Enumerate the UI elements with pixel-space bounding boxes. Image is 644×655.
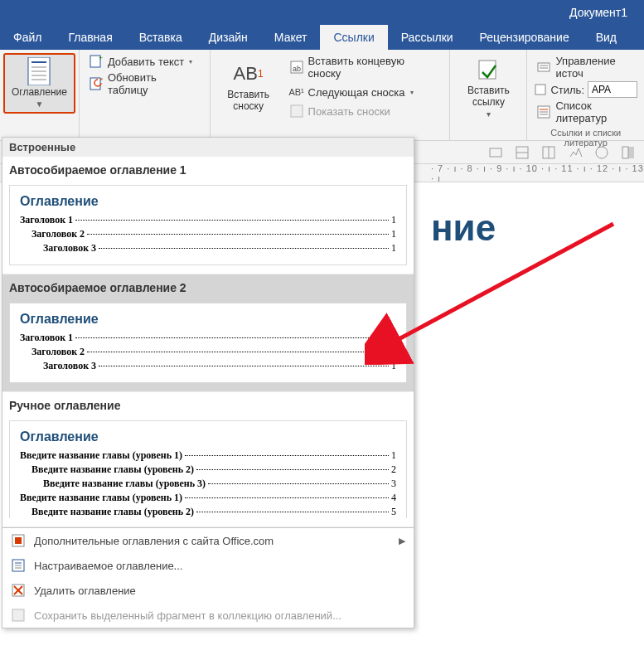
document-title: Документ1 <box>569 6 627 19</box>
toc-preview-row: Заголовок 11 <box>20 332 396 344</box>
toc-preview: ОглавлениеЗаголовок 11Заголовок 21Заголо… <box>9 303 407 383</box>
next-footnote-icon: AB¹ <box>290 85 303 99</box>
toc-preview-row: Заголовок 31 <box>20 242 396 255</box>
document-heading: ние <box>431 207 644 249</box>
manage-sources-icon <box>537 61 550 74</box>
tab-рецензирование[interactable]: Рецензирование <box>467 25 583 50</box>
remove-toc-icon <box>11 583 26 598</box>
toc-preview-row: Заголовок 31 <box>20 360 396 372</box>
tool-icon-3[interactable] <box>541 145 556 160</box>
toc-preview-row: Введите название главы (уровень 3)3 <box>20 478 396 490</box>
show-footnotes-icon <box>290 104 303 118</box>
tab-вставка[interactable]: Вставка <box>126 25 196 50</box>
save-selection-icon <box>11 608 26 623</box>
tab-макет[interactable]: Макет <box>261 25 321 50</box>
insert-footnote-label: Вставить сноску <box>224 89 274 112</box>
update-table-button[interactable]: Обновить таблицу <box>86 70 203 98</box>
chevron-down-icon: ▾ <box>487 109 491 119</box>
tab-дизайн[interactable]: Дизайн <box>196 25 261 50</box>
tool-icon-4[interactable] <box>568 145 583 160</box>
show-footnotes-button[interactable]: Показать сноски <box>287 103 443 119</box>
toc-preview-row: Заголовок 21 <box>20 228 396 240</box>
add-text-button[interactable]: + Добавить текст ▾ <box>86 53 203 70</box>
toc-gallery-item-2[interactable]: Автособираемое оглавление 2ОглавлениеЗаг… <box>2 274 414 392</box>
tab-ссылки[interactable]: Ссылки <box>320 25 387 50</box>
insert-link-icon <box>475 56 501 83</box>
remove-toc-button[interactable]: Удалить оглавление <box>2 578 414 603</box>
svg-rect-38 <box>12 609 24 621</box>
tab-файл[interactable]: Файл <box>0 25 55 50</box>
toc-preview-row: Введите название главы (уровень 1)4 <box>20 492 396 504</box>
svg-text:ab: ab <box>293 65 301 73</box>
chevron-down-icon: ▾ <box>189 58 192 66</box>
ribbon-tabs: ФайлГлавнаяВставкаДизайнМакетСсылкиРассы… <box>0 25 644 50</box>
gallery-item-title: Автособираемое оглавление 1 <box>7 160 409 182</box>
insert-link-label: Вставить ссылку <box>463 85 513 108</box>
tab-главная[interactable]: Главная <box>55 25 125 50</box>
more-toc-office-button[interactable]: Дополнительные оглавления с сайта Office… <box>2 528 414 553</box>
next-footnote-button[interactable]: AB¹ Следующая сноска ▾ <box>287 84 443 100</box>
tool-icon-1[interactable] <box>488 145 503 160</box>
tool-icon-6[interactable] <box>621 145 636 160</box>
style-icon <box>534 83 547 96</box>
toc-label: Оглавление <box>12 86 67 98</box>
tool-icon-2[interactable] <box>515 145 530 160</box>
chevron-down-icon: ▾ <box>410 89 414 96</box>
svg-rect-30 <box>15 537 22 544</box>
endnote-icon: ab <box>290 61 303 74</box>
bibliography-icon <box>537 105 550 119</box>
svg-rect-16 <box>535 85 545 95</box>
toc-preview: ОглавлениеВведите название главы (уровен… <box>9 420 407 518</box>
chevron-right-icon: ▶ <box>399 536 405 546</box>
toc-preview-row: Введите название главы (уровень 1)1 <box>20 449 396 462</box>
svg-rect-28 <box>622 147 628 158</box>
gallery-commands: Дополнительные оглавления с сайта Office… <box>2 527 414 628</box>
style-label: Стиль: <box>550 84 584 96</box>
gallery-item-title: Ручное оглавление <box>7 395 409 417</box>
office-icon <box>11 533 26 548</box>
toc-preview-row: Заголовок 11 <box>20 214 396 226</box>
chevron-down-icon: ▼ <box>36 99 44 109</box>
toc-preview-row: Введите название главы (уровень 2)5 <box>20 506 396 518</box>
insert-link-button[interactable]: Вставить ссылку ▾ <box>457 53 520 122</box>
citation-style: Стиль: <box>534 81 637 98</box>
tool-icon-5[interactable] <box>594 145 609 160</box>
add-text-icon: + <box>90 55 103 68</box>
manage-sources-button[interactable]: Управление источ <box>534 53 637 81</box>
custom-toc-button[interactable]: Настраиваемое оглавление... <box>2 553 414 578</box>
svg-point-26 <box>596 147 608 158</box>
insert-footnote-button[interactable]: AB1 Вставить сноску <box>217 53 280 119</box>
toc-gallery: Встроенные Автособираемое оглавление 1Ог… <box>2 137 414 628</box>
style-combo[interactable] <box>588 81 637 98</box>
toc-button[interactable]: Оглавление ▼ <box>3 53 75 114</box>
gallery-item-title: Автособираемое оглавление 2 <box>7 278 409 299</box>
tab-вид[interactable]: Вид <box>583 25 630 50</box>
title-bar: Документ1 <box>0 0 644 25</box>
custom-toc-icon <box>11 558 26 573</box>
toc-preview: ОглавлениеЗаголовок 11Заголовок 21Заголо… <box>9 185 407 265</box>
svg-rect-27 <box>628 147 634 158</box>
svg-rect-21 <box>490 148 501 157</box>
bibliography-button[interactable]: Список литератур <box>534 98 637 126</box>
update-table-icon <box>90 77 103 90</box>
ribbon: Оглавление ▼ + Добавить текст ▾ Обновить… <box>0 50 644 141</box>
toc-preview-row: Заголовок 21 <box>20 346 396 358</box>
toc-gallery-item-1[interactable]: Автособираемое оглавление 1ОглавлениеЗаг… <box>2 157 414 274</box>
save-selection-toc-button: Сохранить выделенный фрагмент в коллекци… <box>2 603 414 628</box>
toc-preview-row: Введите название главы (уровень 2)2 <box>20 463 396 476</box>
insert-endnote-button[interactable]: ab Вставить концевую сноску <box>287 53 443 81</box>
svg-rect-8 <box>90 78 100 90</box>
gallery-builtin-header: Встроенные <box>2 138 414 157</box>
toc-gallery-item-3[interactable]: Ручное оглавлениеОглавлениеВведите назва… <box>2 392 414 527</box>
svg-rect-13 <box>538 63 550 71</box>
svg-text:+: + <box>99 55 103 62</box>
footnote-icon: AB1 <box>235 61 262 87</box>
toc-icon <box>26 58 52 85</box>
svg-rect-11 <box>291 105 303 117</box>
tab-рассылки[interactable]: Рассылки <box>388 25 467 50</box>
